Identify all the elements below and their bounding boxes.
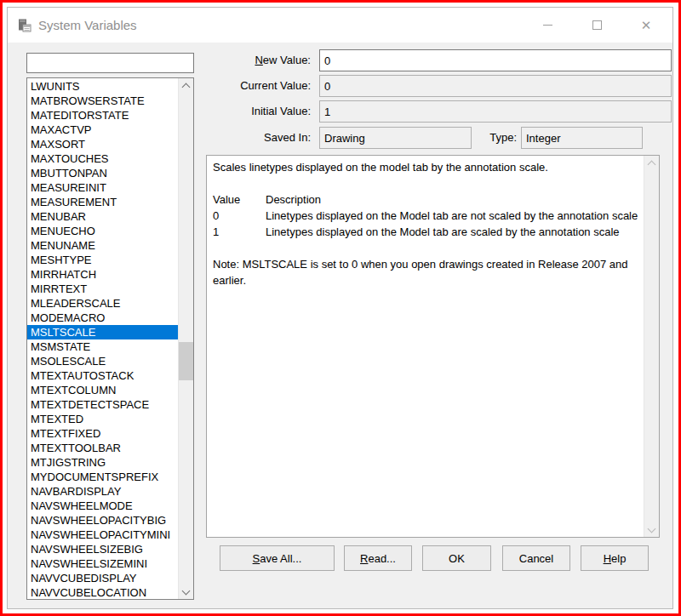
list-item[interactable]: NAVSWHEELMODE: [27, 499, 179, 513]
saved-in-field: [319, 127, 472, 149]
window-title: System Variables: [38, 18, 137, 32]
list-item[interactable]: MEASUREINIT: [27, 180, 179, 195]
read-button[interactable]: Read...: [344, 545, 412, 571]
scroll-down-icon[interactable]: [644, 522, 659, 537]
system-variables-dialog: System Variables ✕ LWUNITSMATBROWSERSTAT…: [7, 7, 673, 609]
list-item[interactable]: MIRRTEXT: [27, 282, 179, 296]
close-icon: ✕: [641, 19, 652, 31]
caption-buttons: ✕: [523, 8, 671, 43]
description-note: Note: MSLTSCALE is set to 0 when you ope…: [213, 256, 643, 288]
maximize-icon: [592, 20, 602, 30]
list-item[interactable]: MTEXTDETECTSPACE: [27, 397, 179, 412]
red-annotation-frame: System Variables ✕ LWUNITSMATBROWSERSTAT…: [0, 0, 681, 616]
list-item[interactable]: NAVBARDISPLAY: [27, 484, 179, 499]
minimize-button[interactable]: [523, 8, 572, 43]
list-scrollbar[interactable]: [178, 78, 193, 599]
type-label: Type:: [450, 127, 517, 149]
list-item[interactable]: MESHTYPE: [27, 253, 179, 267]
maximize-button[interactable]: [572, 8, 621, 43]
list-item[interactable]: MYDOCUMENTSPREFIX: [27, 470, 179, 484]
initial-value-field: [319, 100, 672, 123]
description-summary: Scales linetypes displayed on the model …: [213, 159, 643, 175]
close-button[interactable]: ✕: [621, 8, 671, 43]
description-scrollbar[interactable]: [644, 156, 659, 537]
list-item[interactable]: NAVSWHEELOPACITYBIG: [27, 513, 179, 528]
cancel-button[interactable]: Cancel: [502, 545, 570, 571]
list-item[interactable]: MTEXTFIXED: [27, 426, 179, 441]
ok-button[interactable]: OK: [422, 545, 491, 571]
description-box: Scales linetypes displayed on the model …: [206, 155, 660, 538]
list-item[interactable]: MBUTTONPAN: [27, 166, 179, 180]
current-value-label: Current Value:: [206, 75, 311, 97]
saved-in-label: Saved In:: [206, 127, 311, 149]
help-button[interactable]: Help: [581, 545, 649, 571]
titlebar: System Variables ✕: [8, 8, 672, 43]
save-all-button[interactable]: Save All...: [220, 545, 335, 571]
list-item[interactable]: MTEXTAUTOSTACK: [27, 368, 179, 383]
list-item[interactable]: MENUECHO: [27, 224, 179, 238]
list-item[interactable]: MAXSORT: [27, 137, 179, 151]
variable-filter-input[interactable]: [26, 53, 194, 73]
list-item[interactable]: MTEXTTOOLBAR: [27, 441, 179, 455]
list-item[interactable]: NAVVCUBELOCATION: [27, 585, 179, 600]
list-item[interactable]: MSLTSCALE: [27, 325, 179, 339]
list-item[interactable]: MEASUREMENT: [27, 195, 179, 209]
list-item[interactable]: MAXACTVP: [27, 123, 179, 137]
list-item[interactable]: MTEXTED: [27, 412, 179, 426]
new-value-input[interactable]: [319, 49, 672, 71]
list-item[interactable]: MENUNAME: [27, 238, 179, 253]
list-item[interactable]: MSMSTATE: [27, 339, 179, 354]
list-item[interactable]: MLEADERSCALE: [27, 296, 179, 311]
value-table-row: 0 Linetypes displayed on the Model tab a…: [213, 208, 643, 224]
list-item[interactable]: MTJIGSTRING: [27, 455, 179, 470]
app-icon: [17, 18, 32, 33]
scroll-up-icon[interactable]: [644, 156, 659, 170]
scroll-down-icon[interactable]: [179, 585, 193, 599]
value-table-header: Value Description: [213, 191, 643, 208]
new-value-label: New Value:: [206, 49, 311, 71]
list-item[interactable]: NAVVCUBEDISPLAY: [27, 571, 179, 585]
list-item[interactable]: MIRRHATCH: [27, 267, 179, 282]
list-item[interactable]: MAXTOUCHES: [27, 151, 179, 166]
list-item[interactable]: LWUNITS: [27, 79, 179, 94]
scroll-up-icon[interactable]: [179, 78, 193, 93]
description-text: Scales linetypes displayed on the model …: [207, 156, 644, 537]
list-item[interactable]: MENUBAR: [27, 209, 179, 224]
list-item[interactable]: MATBROWSERSTATE: [27, 94, 179, 108]
list-item[interactable]: MATEDITORSTATE: [27, 108, 179, 123]
minimize-icon: [543, 25, 552, 26]
list-item[interactable]: MTEXTCOLUMN: [27, 383, 179, 397]
list-item[interactable]: MODEMACRO: [27, 311, 179, 325]
variable-listbox[interactable]: LWUNITSMATBROWSERSTATEMATEDITORSTATEMAXA…: [26, 77, 194, 600]
list-item[interactable]: NAVSWHEELSIZEMINI: [27, 556, 179, 571]
list-item[interactable]: NAVSWHEELOPACITYMINI: [27, 528, 179, 542]
list-scrollbar-thumb[interactable]: [179, 342, 193, 380]
current-value-field: [319, 75, 672, 97]
list-item[interactable]: MSOLESCALE: [27, 354, 179, 368]
list-item[interactable]: NAVSWHEELSIZEBIG: [27, 542, 179, 556]
initial-value-label: Initial Value:: [206, 100, 311, 123]
value-table-row: 1 Linetypes displayed on the Model tab a…: [213, 224, 643, 240]
type-field: [521, 127, 643, 149]
